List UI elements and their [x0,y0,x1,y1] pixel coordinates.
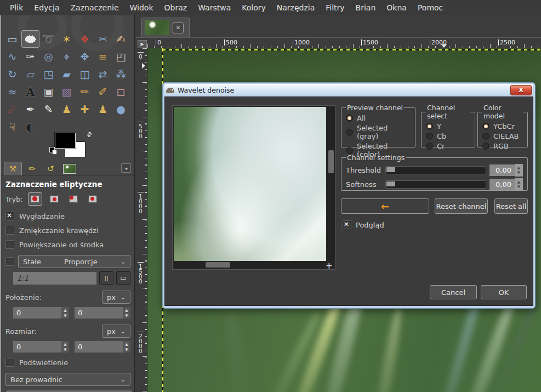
foreground-select-tool-icon[interactable]: ✍ [112,30,130,48]
radio-y[interactable] [426,123,433,130]
scrollbar-thumb[interactable] [206,262,230,268]
slider-thumb[interactable] [386,181,395,186]
menu-brian[interactable]: Brian [350,1,381,14]
paths-tool-icon[interactable]: ∿ [3,48,21,65]
slider-thumb[interactable] [386,167,395,172]
position-y-spinner[interactable]: 0 ▲▼ [75,307,130,319]
radio-cielab-label[interactable]: CIELAB [493,132,519,140]
radio-cb[interactable] [426,133,433,140]
radio-selected-color[interactable] [346,147,353,154]
mypaint-brush-tool-icon[interactable]: ✎ [39,100,58,118]
radio-all-label[interactable]: All [357,114,366,122]
mode-replace-button[interactable] [28,192,42,206]
text-tool-icon[interactable]: A [21,83,39,100]
blur-sharpen-tool-icon[interactable]: ● [112,100,130,118]
radio-rgb-label[interactable]: RGB [493,142,509,150]
smudge-tool-icon[interactable]: ☟ [3,118,21,135]
ratio-input[interactable]: 1:1 [13,272,96,285]
fuzzy-select-tool-icon[interactable]: ✶ [58,30,76,48]
mode-subtract-button[interactable] [66,192,81,206]
tab-brushes[interactable]: ✏ [24,162,41,175]
dialog-close-button[interactable]: X [510,85,532,95]
menu-obraz[interactable]: Obraz [159,1,193,14]
ellipse-select-tool-icon[interactable] [21,30,39,48]
fixed-checkbox[interactable] [5,257,14,266]
zoom-tool-icon[interactable]: ◎ [39,48,58,65]
menu-plik[interactable]: Plik [4,1,29,14]
cancel-button[interactable]: Cancel [430,285,477,299]
radio-cr[interactable] [426,143,433,150]
handle-transform-tool-icon[interactable]: ⁂ [112,65,130,83]
landscape-orientation-button[interactable]: ▭ [116,271,130,285]
perspective-tool-icon[interactable]: ▰ [58,65,76,83]
spinner-arrows-icon[interactable]: ▲▼ [61,341,69,353]
feather-checkbox[interactable] [5,226,14,235]
select-by-color-tool-icon[interactable]: ❖ [76,30,94,48]
preview-horizontal-scrollbar[interactable] [174,262,326,268]
vertical-ruler[interactable]: 0 500 1000 1500 2000 [138,48,147,392]
menu-widok[interactable]: Widok [124,1,159,14]
foreground-color-swatch[interactable] [55,133,76,149]
radio-cr-label[interactable]: Cr [437,142,445,150]
radio-selected-gray[interactable] [346,129,353,136]
tab-image-thumbnail[interactable] [61,162,78,175]
size-width-spinner[interactable]: 0 ▲▼ [13,341,69,353]
radio-rgb[interactable] [482,143,489,150]
horizontal-ruler[interactable]: 0 500 1000 1500 2000 2500 [147,39,541,49]
image-tab[interactable]: ✕ [141,18,190,37]
radio-cielab[interactable] [482,133,489,140]
menu-warstwa[interactable]: Warstwa [192,1,236,14]
portrait-orientation-button[interactable]: ▯ [99,271,113,285]
crop-tool-icon[interactable]: ◰ [112,48,130,65]
ok-button[interactable]: OK [481,285,527,299]
tab-tool-options[interactable]: ⚒ [4,162,22,175]
threshold-value[interactable]: 0,00 [489,164,515,176]
clone-tool-icon[interactable]: ♟ [58,100,76,118]
shear-tool-icon[interactable]: ▱ [21,65,39,83]
menu-edycja[interactable]: Edycja [29,1,65,14]
gradient-tool-icon[interactable]: ▨ [58,83,76,100]
spinner-arrows-icon[interactable]: ▲▼ [515,164,523,177]
dock-collapse-button[interactable]: ◂ [121,163,131,173]
expand-center-checkbox[interactable] [5,240,14,249]
position-y-value[interactable]: 0 [75,307,123,319]
scissors-select-tool-icon[interactable]: ✂ [94,30,112,48]
spinner-arrows-icon[interactable]: ▲▼ [515,178,523,191]
guides-combo[interactable]: Bez prowadnic ⌄ [5,373,130,386]
softness-slider[interactable] [385,180,486,189]
mode-intersect-button[interactable] [86,192,100,206]
menu-okna[interactable]: Okna [381,1,412,14]
scale-tool-icon[interactable]: ◳ [39,65,58,83]
menu-filtry[interactable]: Filtry [320,1,350,14]
highlight-checkbox[interactable] [5,358,14,367]
color-picker-tool-icon[interactable]: ✑ [21,48,39,65]
preview-checkbox-label[interactable]: Podgląd [356,221,384,229]
transform-3d-tool-icon[interactable]: ◫ [76,65,94,83]
bucket-fill-tool-icon[interactable]: ▣ [39,83,58,100]
menu-pomoc[interactable]: Pomoc [412,1,448,14]
position-unit-combo[interactable]: px ⌄ [102,291,130,304]
move-tool-icon[interactable]: ✥ [76,48,94,65]
preview-image[interactable] [174,107,326,261]
rotate-tool-icon[interactable]: ↻ [3,65,21,83]
threshold-slider[interactable] [385,166,486,174]
warp-transform-tool-icon[interactable]: ≈ [3,83,21,100]
dodge-burn-tool-icon[interactable]: ◐ [21,118,39,135]
pencil-tool-icon[interactable]: ✏ [76,83,94,100]
preview-nav-icon[interactable]: + [326,261,333,271]
align-tool-icon[interactable]: ≡ [94,48,112,65]
paintbrush-tool-icon[interactable]: ✐ [94,83,112,100]
ruler-corner-menu-button[interactable]: ▶ [138,40,147,48]
size-height-spinner[interactable]: 0 ▲▼ [75,341,130,353]
tab-undo-history[interactable]: ↺ [42,162,59,175]
menu-zaznaczenie[interactable]: Zaznaczenie [65,1,124,14]
eraser-tool-icon[interactable]: ◻ [112,83,130,100]
scrollbar-thumb[interactable] [328,150,334,173]
mode-add-button[interactable] [47,192,61,206]
radio-selected-gray-label[interactable]: Selected (gray) [357,124,411,140]
radio-cb-label[interactable]: Cb [437,132,446,140]
spinner-arrows-icon[interactable]: ▲▼ [61,307,69,319]
heal-tool-icon[interactable]: ✚ [76,100,94,118]
flip-tool-icon[interactable]: ⇄ [94,65,112,83]
reset-all-button[interactable]: Reset all [494,198,528,214]
